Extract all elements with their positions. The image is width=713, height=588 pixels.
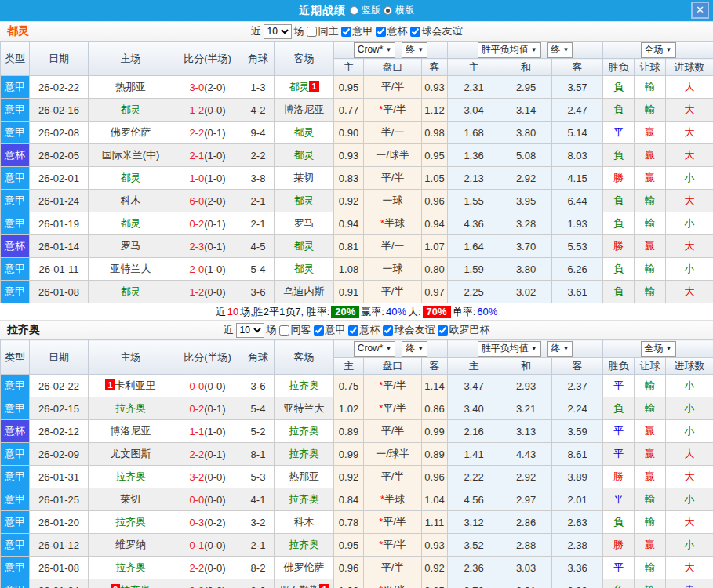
col-header-home: 主场 [89,340,173,375]
avg-stage-select[interactable]: 终 [547,42,573,58]
col-header-home: 主场 [89,42,173,76]
handicap-result: 輸 [635,511,666,534]
handicap-cell: *平/半 [364,511,422,534]
avg-metric-select[interactable]: 胜平负均值 [478,42,541,58]
table-row: 意甲 26-02-16 都灵 1-2(0-0) 4-2 博洛尼亚 0.77 *平… [1,99,713,122]
summary-win-rate: 20% [331,306,359,318]
checkbox-input[interactable] [341,27,351,37]
halftime-score: (0-0) [204,286,225,298]
filter-checkbox[interactable]: 意甲 [341,24,373,38]
home-team-cell: 尤文图斯 [89,443,173,466]
handicap-result: 輸 [635,212,666,235]
match-type-badge: 意甲 [1,466,29,488]
checkbox-input[interactable] [410,27,420,37]
checkbox-input[interactable] [279,325,289,336]
filter-checkbox[interactable]: 欧罗巴杯 [438,323,490,337]
radio-horizontal-layout[interactable] [384,6,392,15]
away-team-name: 都灵 [289,81,309,93]
handicap-cell: 平/半 [364,167,422,190]
win-loss-result: 平 [603,122,635,144]
filter-checkbox[interactable]: 同客 [279,323,311,337]
away-team-name: 拉齐奥 [289,493,319,505]
scope-select[interactable]: 全场 [641,42,676,58]
handicap-value: 半/一 [381,240,405,252]
col-header-avg-away: 客 [552,358,603,375]
avg-away-odds: 8.03 [552,144,603,167]
recent-count-select[interactable]: 10 [264,24,292,39]
avg-group-header: 胜平负均值终 [448,340,603,358]
handicap-result: 贏 [635,534,666,557]
goals-result: 大 [666,466,713,488]
checkbox-input[interactable] [438,325,448,336]
avg-away-odds: 3.61 [552,281,603,303]
checkbox-input[interactable] [314,325,324,336]
section-filter-bar: 都灵 近 10 场 同主意甲意杯球会友谊 [0,21,713,41]
avg-draw-odds: 4.43 [500,443,552,466]
away-team-cell: 热那亚 [275,466,334,488]
halftime-score: (0-0) [204,104,225,116]
handicap-cell: *平/半 [364,534,422,557]
checkbox-input[interactable] [376,27,386,37]
home-team-name: 拉齐奥 [115,470,146,482]
avg-draw-odds: 2.97 [500,488,552,511]
section-filter-bar: 拉齐奥 近 10 场 同客意甲意杯球会友谊欧罗巴杯 [0,320,713,339]
halftime-score: (0-2) [204,517,225,528]
avg-draw-odds: 3.80 [500,122,552,144]
avg-home-odds: 1.55 [448,190,500,212]
avg-away-odds: 2.38 [552,534,603,557]
filter-checkbox[interactable]: 球会友谊 [410,24,463,38]
goals-result: 大 [666,443,713,466]
filter-checkbox[interactable]: 意杯 [376,24,408,38]
home-team-name: 尤文图斯 [111,448,151,459]
handicap-result: 輸 [635,557,666,579]
away-odds: 0.94 [422,212,448,235]
halftime-score: (1-0) [204,172,225,184]
away-team-name: 拉齐奥 [289,379,319,391]
corner-score: 5-4 [242,397,275,420]
avg-group-header: 胜平负均值终 [448,42,603,59]
odds-source-select[interactable]: Crow* [354,341,396,357]
table-row: 意甲 26-01-19 都灵 0-2(0-1) 2-1 罗马 0.94 *半球 … [1,212,713,235]
away-team-cell: 罗马 [275,212,334,235]
avg-metric-select[interactable]: 胜平负均值 [478,341,541,357]
odds-stage-select[interactable]: 终 [402,42,427,58]
checkbox-input[interactable] [307,27,317,37]
odds-stage-select[interactable]: 终 [402,341,427,357]
summary-single-rate: 60% [477,306,497,318]
filter-checkbox[interactable]: 球会友谊 [383,323,435,337]
checkbox-input[interactable] [383,325,393,336]
avg-away-odds: 5.14 [552,122,603,144]
away-team-name: 那不勒斯 [278,584,319,588]
match-date: 26-01-08 [30,557,89,579]
close-button[interactable]: ✕ [691,2,709,19]
recent-count-select[interactable]: 10 [236,323,264,338]
avg-home-odds: 2.22 [448,466,500,488]
fulltime-score: 2-0 [189,263,204,275]
radio-vertical-layout[interactable] [350,6,358,15]
home-team-cell: 都灵 [89,167,173,190]
halftime-score: (0-1) [204,218,225,230]
match-type-badge: 意甲 [1,281,29,303]
table-row: 意甲 26-02-08 佛罗伦萨 2-2(0-1) 9-4 都灵 0.90 半/… [1,122,713,144]
handicap-result: 贏 [635,466,666,488]
odds-source-select[interactable]: Crow* [354,42,396,58]
fulltime-score: 2-3 [189,241,204,252]
checkbox-label: 意杯 [360,323,380,337]
away-odds: 0.80 [422,258,448,281]
scope-select[interactable]: 全场 [641,341,676,357]
avg-away-odds: 2.20 [552,579,603,588]
handicap-cell: 一/球半 [364,443,422,466]
fulltime-score: 2-2 [189,562,204,574]
table-row: 意甲 26-01-08 拉齐奥 2-2(0-0) 8-2 佛罗伦萨 0.96 平… [1,557,713,579]
avg-draw-odds: 2.92 [500,466,552,488]
filter-checkbox[interactable]: 意甲 [314,323,346,337]
table-row: 意甲 26-01-31 拉齐奥 3-2(0-0) 5-3 热那亚 0.92 平/… [1,466,713,488]
filter-checkbox[interactable]: 意杯 [348,323,380,337]
win-loss-result: 負 [603,397,635,420]
avg-stage-select[interactable]: 终 [547,341,573,357]
filter-checkbox[interactable]: 同主 [307,24,339,38]
away-team-name: 拉齐奥 [289,448,319,459]
halftime-score: (2-0) [204,195,225,207]
checkbox-input[interactable] [348,325,358,336]
goals-result: 大 [666,76,713,99]
